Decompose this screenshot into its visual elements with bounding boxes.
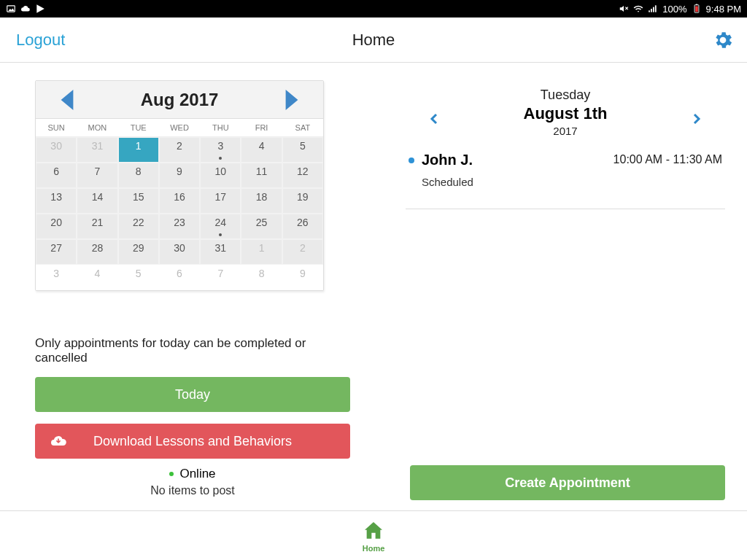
- calendar-day[interactable]: 4: [77, 265, 117, 290]
- calendar-day[interactable]: 23: [159, 214, 200, 239]
- divider: [406, 209, 725, 209]
- calendar-day[interactable]: 18: [241, 188, 282, 214]
- clock-time: 9:48 PM: [706, 4, 741, 15]
- calendar-day[interactable]: 7: [200, 265, 241, 290]
- calendar-prev-button[interactable]: [61, 90, 74, 110]
- event-dot-icon: [219, 233, 222, 236]
- calendar-day-headers: SUNMONTUEWEDTHUFRISAT: [36, 119, 323, 137]
- calendar-day[interactable]: 7: [77, 163, 117, 188]
- calendar-day[interactable]: 5: [118, 265, 159, 290]
- calendar-next-button[interactable]: [285, 90, 298, 110]
- calendar-day[interactable]: 24: [200, 214, 241, 239]
- calendar-day[interactable]: 30: [159, 239, 200, 265]
- calendar-day[interactable]: 29: [118, 239, 159, 265]
- left-column: Aug 2017 SUNMONTUEWEDTHUFRISAT 303112345…: [0, 63, 376, 510]
- svg-rect-6: [651, 9, 652, 12]
- create-appointment-button[interactable]: Create Appointment: [410, 465, 725, 500]
- calendar-day[interactable]: 1: [241, 239, 282, 265]
- mute-icon: [619, 4, 629, 14]
- calendar-dow: THU: [200, 119, 241, 137]
- calendar-day[interactable]: 20: [36, 214, 77, 239]
- day-prev-button[interactable]: [427, 109, 441, 128]
- calendar-day[interactable]: 8: [118, 163, 159, 188]
- calendar-day[interactable]: 17: [200, 188, 241, 214]
- svg-rect-5: [649, 10, 650, 12]
- calendar-day[interactable]: 2: [159, 137, 200, 163]
- battery-percent: 100%: [662, 4, 686, 15]
- calendar-day[interactable]: 10: [200, 163, 241, 188]
- calendar-day[interactable]: 6: [36, 163, 77, 188]
- online-dot-icon: [169, 472, 174, 476]
- calendar-dow: TUE: [118, 119, 159, 137]
- svg-rect-10: [695, 4, 697, 5]
- calendar-day[interactable]: 8: [241, 265, 282, 290]
- calendar-day[interactable]: 1: [118, 137, 159, 163]
- calendar-grid: 3031123456789101112131415161718192021222…: [36, 137, 323, 290]
- calendar-day[interactable]: 2: [282, 239, 323, 265]
- calendar-day[interactable]: 25: [241, 214, 282, 239]
- calendar-day[interactable]: 4: [241, 137, 282, 163]
- calendar-day[interactable]: 19: [282, 188, 323, 214]
- calendar-day[interactable]: 3: [36, 265, 77, 290]
- online-status: Online No items to post: [35, 466, 350, 497]
- settings-button[interactable]: [712, 29, 734, 51]
- cloud-icon: [20, 4, 31, 14]
- appointment-bullet-icon: [409, 158, 414, 163]
- nav-home[interactable]: Home: [362, 519, 385, 553]
- calendar-day[interactable]: 9: [282, 265, 323, 290]
- svg-marker-2: [36, 4, 44, 13]
- calendar-day[interactable]: 30: [36, 137, 77, 163]
- calendar-day[interactable]: 26: [282, 214, 323, 239]
- calendar-day[interactable]: 21: [77, 214, 117, 239]
- download-button-label: Download Lessons and Behaviors: [93, 434, 292, 449]
- day-year: 2017: [524, 125, 608, 137]
- status-bar: 100% 9:48 PM: [0, 0, 747, 18]
- calendar-day[interactable]: 22: [118, 214, 159, 239]
- day-next-button[interactable]: [690, 109, 703, 128]
- logout-link[interactable]: Logout: [16, 31, 65, 50]
- create-appointment-label: Create Appointment: [505, 475, 630, 491]
- chevron-left-icon: [61, 90, 74, 110]
- day-date: August 1th: [524, 104, 608, 123]
- download-button[interactable]: Download Lessons and Behaviors: [35, 424, 350, 459]
- calendar-day[interactable]: 16: [159, 188, 200, 214]
- day-navigator: Tuesday August 1th 2017: [406, 80, 725, 144]
- calendar-day[interactable]: 31: [77, 137, 117, 163]
- svg-rect-8: [655, 5, 657, 12]
- calendar-day[interactable]: 27: [36, 239, 77, 265]
- svg-marker-12: [61, 90, 74, 110]
- calendar-day[interactable]: 9: [159, 163, 200, 188]
- cloud-download-icon: [50, 432, 67, 450]
- calendar-day[interactable]: 15: [118, 188, 159, 214]
- chevron-right-icon: [285, 90, 298, 110]
- calendar-day[interactable]: 6: [159, 265, 200, 290]
- chevron-right-icon: [690, 109, 703, 128]
- calendar-day[interactable]: 14: [77, 188, 117, 214]
- calendar-dow: FRI: [241, 119, 282, 137]
- calendar-dow: WED: [159, 119, 200, 137]
- battery-icon: [692, 4, 702, 14]
- today-button[interactable]: Today: [35, 377, 350, 412]
- calendar-day[interactable]: 28: [77, 239, 117, 265]
- svg-marker-13: [286, 90, 298, 110]
- notice-text: Only appointments for today can be compl…: [35, 336, 355, 365]
- signal-icon: [648, 4, 658, 14]
- nav-home-label: Home: [363, 544, 385, 553]
- calendar: Aug 2017 SUNMONTUEWEDTHUFRISAT 303112345…: [35, 80, 324, 291]
- calendar-day[interactable]: 12: [282, 163, 323, 188]
- calendar-day[interactable]: 5: [282, 137, 323, 163]
- calendar-dow: MON: [77, 119, 117, 137]
- svg-rect-7: [653, 7, 654, 12]
- day-name: Tuesday: [524, 88, 608, 103]
- calendar-day[interactable]: 31: [200, 239, 241, 265]
- calendar-day[interactable]: 13: [36, 188, 77, 214]
- calendar-day[interactable]: 11: [241, 163, 282, 188]
- app-header: Logout Home: [0, 18, 747, 63]
- svg-marker-1: [9, 8, 15, 11]
- calendar-day[interactable]: 3: [200, 137, 241, 163]
- online-label: Online: [179, 467, 215, 481]
- calendar-header: Aug 2017: [36, 81, 323, 119]
- chevron-left-icon: [427, 109, 441, 128]
- today-button-label: Today: [175, 387, 210, 402]
- appointment-item[interactable]: John J. Scheduled 10:00 AM - 11:30 AM: [406, 147, 725, 192]
